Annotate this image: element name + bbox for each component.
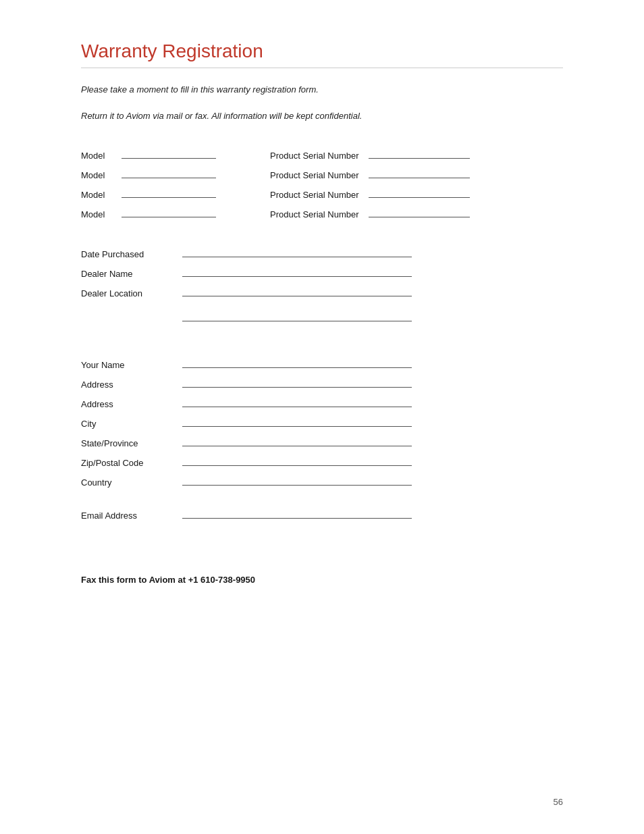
dealer-extra-field[interactable] bbox=[182, 311, 412, 321]
serial-field-3[interactable] bbox=[369, 207, 470, 217]
personal-row-4: State/Province bbox=[81, 436, 563, 448]
dealer-label-1: Dealer Name bbox=[81, 269, 182, 279]
model-serial-row-1: Model Product Serial Number bbox=[81, 167, 563, 180]
personal-row-5: Zip/Postal Code bbox=[81, 455, 563, 468]
personal-section: Your Name Address Address City State/Pro… bbox=[81, 357, 563, 488]
fax-info: Fax this form to Aviom at +1 610-738-995… bbox=[81, 575, 563, 585]
personal-field-2[interactable] bbox=[182, 396, 412, 407]
model-field-0[interactable] bbox=[122, 148, 216, 159]
dealer-field-2[interactable] bbox=[182, 286, 412, 296]
personal-field-5[interactable] bbox=[182, 455, 412, 466]
dealer-field-0[interactable] bbox=[182, 246, 412, 257]
page-title: Warranty Registration bbox=[81, 41, 563, 68]
serial-field-1[interactable] bbox=[369, 167, 470, 178]
model-label-3: Model bbox=[81, 209, 122, 219]
personal-row-6: Country bbox=[81, 475, 563, 488]
email-section: Email Address bbox=[81, 508, 563, 521]
model-label-0: Model bbox=[81, 151, 122, 161]
serial-label-2: Product Serial Number bbox=[270, 190, 359, 200]
personal-label-4: State/Province bbox=[81, 438, 182, 448]
dealer-row-2: Dealer Location bbox=[81, 286, 563, 298]
model-serial-row-2: Model Product Serial Number bbox=[81, 187, 563, 200]
personal-row-3: City bbox=[81, 416, 563, 429]
email-field[interactable] bbox=[182, 508, 412, 519]
dealer-field-1[interactable] bbox=[182, 266, 412, 277]
serial-label-1: Product Serial Number bbox=[270, 170, 359, 180]
personal-field-0[interactable] bbox=[182, 357, 412, 368]
personal-row-0: Your Name bbox=[81, 357, 563, 370]
personal-label-3: City bbox=[81, 419, 182, 429]
model-serial-section: Model Product Serial Number Model Produc… bbox=[81, 148, 563, 219]
dealer-row-1: Dealer Name bbox=[81, 266, 563, 279]
model-serial-row-0: Model Product Serial Number bbox=[81, 148, 563, 161]
intro-line2: Return it to Aviom via mail or fax. All … bbox=[81, 111, 563, 121]
personal-field-3[interactable] bbox=[182, 416, 412, 427]
personal-field-1[interactable] bbox=[182, 377, 412, 388]
serial-field-0[interactable] bbox=[369, 148, 470, 159]
personal-field-6[interactable] bbox=[182, 475, 412, 486]
model-field-2[interactable] bbox=[122, 187, 216, 198]
serial-field-2[interactable] bbox=[369, 187, 470, 198]
dealer-row-0: Date Purchased bbox=[81, 246, 563, 259]
personal-row-1: Address bbox=[81, 377, 563, 390]
personal-row-2: Address bbox=[81, 396, 563, 409]
dealer-section: Date Purchased Dealer Name Dealer Locati… bbox=[81, 246, 563, 323]
model-field-1[interactable] bbox=[122, 167, 216, 178]
personal-label-1: Address bbox=[81, 380, 182, 390]
serial-label-0: Product Serial Number bbox=[270, 151, 359, 161]
page-number: 56 bbox=[554, 797, 563, 807]
personal-label-2: Address bbox=[81, 399, 182, 409]
personal-label-0: Your Name bbox=[81, 360, 182, 370]
intro-line1: Please take a moment to fill in this war… bbox=[81, 84, 563, 95]
model-serial-row-3: Model Product Serial Number bbox=[81, 207, 563, 219]
email-row: Email Address bbox=[81, 508, 563, 521]
model-label-2: Model bbox=[81, 190, 122, 200]
personal-field-4[interactable] bbox=[182, 436, 412, 446]
personal-label-6: Country bbox=[81, 477, 182, 488]
model-field-3[interactable] bbox=[122, 207, 216, 217]
dealer-label-0: Date Purchased bbox=[81, 249, 182, 259]
email-label: Email Address bbox=[81, 511, 182, 521]
model-label-1: Model bbox=[81, 170, 122, 180]
serial-label-3: Product Serial Number bbox=[270, 209, 359, 219]
dealer-label-2: Dealer Location bbox=[81, 288, 182, 298]
personal-label-5: Zip/Postal Code bbox=[81, 458, 182, 468]
